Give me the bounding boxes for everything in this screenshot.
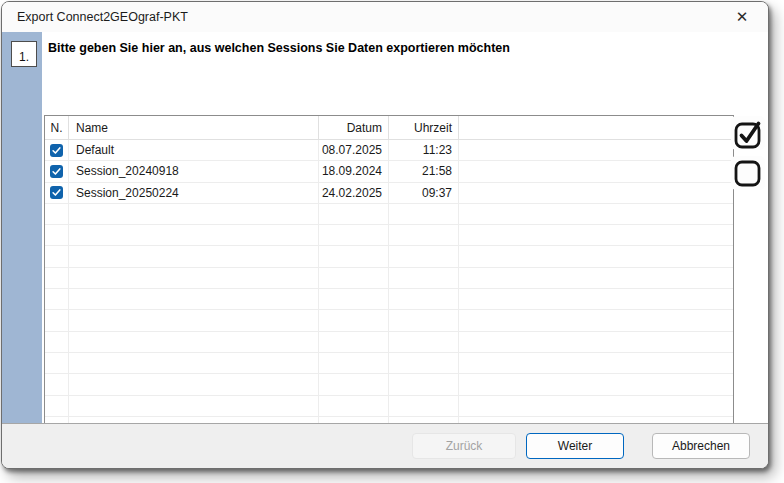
table-row[interactable]: Default08.07.202511:23 [45, 140, 733, 161]
empty-cell [319, 246, 389, 267]
empty-cell [69, 353, 319, 374]
empty-cell [45, 268, 69, 289]
session-checkbox[interactable] [50, 144, 63, 157]
empty-cell [45, 332, 69, 353]
titlebar: Export Connect2GEOgraf-PKT ✕ [2, 2, 768, 32]
export-dialog: Export Connect2GEOgraf-PKT ✕ 1. Bitte ge… [1, 1, 769, 469]
empty-cell [459, 396, 733, 417]
empty-cell [459, 289, 733, 310]
empty-cell [45, 310, 69, 331]
close-icon[interactable]: ✕ [721, 2, 763, 31]
empty-cell [69, 310, 319, 331]
screen: Export Connect2GEOgraf-PKT ✕ 1. Bitte ge… [0, 0, 784, 483]
empty-cell [459, 353, 733, 374]
session-uhrzeit: 09:37 [389, 183, 459, 204]
empty-cell [45, 246, 69, 267]
empty-cell [69, 268, 319, 289]
session-checkbox[interactable] [50, 186, 63, 199]
empty-cell [459, 225, 733, 246]
row-checkbox-cell [45, 183, 69, 204]
empty-table-row [45, 268, 733, 289]
empty-table-row [45, 396, 733, 417]
row-filler-cell [459, 140, 733, 161]
empty-cell [69, 204, 319, 225]
empty-cell [459, 268, 733, 289]
empty-cell [389, 225, 459, 246]
session-name: Session_20240918 [69, 161, 319, 182]
empty-cell [45, 374, 69, 395]
deselect-all-button[interactable] [731, 156, 765, 190]
empty-table-row [45, 353, 733, 374]
checked-box-icon [732, 116, 764, 150]
empty-cell [389, 353, 459, 374]
empty-cell [319, 396, 389, 417]
empty-cell [69, 289, 319, 310]
empty-table-row [45, 374, 733, 395]
table-row[interactable]: Session_2024091818.09.202421:58 [45, 161, 733, 182]
session-table-body: Default08.07.202511:23Session_2024091818… [45, 140, 733, 426]
empty-cell [389, 374, 459, 395]
instruction-text: Bitte geben Sie hier an, aus welchen Ses… [48, 41, 758, 55]
session-datum: 08.07.2025 [319, 140, 389, 161]
dialog-body: 1. Bitte geben Sie hier an, aus welchen … [2, 32, 768, 423]
session-checkbox[interactable] [50, 165, 63, 178]
empty-cell [389, 204, 459, 225]
column-header-uhrzeit[interactable]: Uhrzeit [389, 116, 459, 139]
empty-cell [319, 225, 389, 246]
empty-cell [45, 204, 69, 225]
select-all-button[interactable] [731, 116, 765, 150]
empty-cell [69, 332, 319, 353]
selection-toolbar [730, 116, 766, 190]
wizard-step-sidebar [2, 32, 42, 423]
row-filler-cell [459, 183, 733, 204]
wizard-step-number: 1. [11, 41, 37, 67]
session-table-header: N. Name Datum Uhrzeit [45, 116, 733, 140]
session-name: Session_20250224 [69, 183, 319, 204]
empty-cell [319, 332, 389, 353]
session-table: N. Name Datum Uhrzeit Default08.07.20251… [44, 115, 734, 426]
empty-box-icon [732, 156, 764, 190]
empty-cell [319, 353, 389, 374]
empty-cell [389, 246, 459, 267]
next-button[interactable]: Weiter [526, 433, 624, 459]
column-header-datum[interactable]: Datum [319, 116, 389, 139]
empty-table-row [45, 289, 733, 310]
empty-table-row [45, 204, 733, 225]
cancel-button[interactable]: Abbrechen [652, 433, 750, 459]
empty-cell [69, 225, 319, 246]
empty-cell [459, 246, 733, 267]
empty-cell [459, 204, 733, 225]
empty-cell [319, 289, 389, 310]
empty-cell [389, 332, 459, 353]
empty-cell [45, 353, 69, 374]
table-row[interactable]: Session_2025022424.02.202509:37 [45, 183, 733, 204]
row-checkbox-cell [45, 161, 69, 182]
row-filler-cell [459, 161, 733, 182]
empty-cell [319, 374, 389, 395]
empty-cell [389, 268, 459, 289]
empty-cell [459, 374, 733, 395]
empty-cell [45, 225, 69, 246]
column-header-filler [459, 116, 733, 139]
empty-cell [69, 246, 319, 267]
footer-bar: Zurück Weiter Abbrechen [2, 423, 768, 468]
check-icon [51, 145, 62, 156]
column-header-n[interactable]: N. [45, 116, 69, 139]
empty-cell [389, 310, 459, 331]
empty-cell [319, 310, 389, 331]
session-uhrzeit: 11:23 [389, 140, 459, 161]
session-datum: 18.09.2024 [319, 161, 389, 182]
empty-cell [45, 289, 69, 310]
back-button: Zurück [412, 433, 516, 459]
empty-cell [459, 310, 733, 331]
window-title: Export Connect2GEOgraf-PKT [2, 10, 188, 24]
empty-table-row [45, 225, 733, 246]
session-datum: 24.02.2025 [319, 183, 389, 204]
empty-cell [319, 204, 389, 225]
empty-table-row [45, 310, 733, 331]
check-icon [51, 166, 62, 177]
empty-table-row [45, 246, 733, 267]
row-checkbox-cell [45, 140, 69, 161]
column-header-name[interactable]: Name [69, 116, 319, 139]
empty-cell [319, 268, 389, 289]
